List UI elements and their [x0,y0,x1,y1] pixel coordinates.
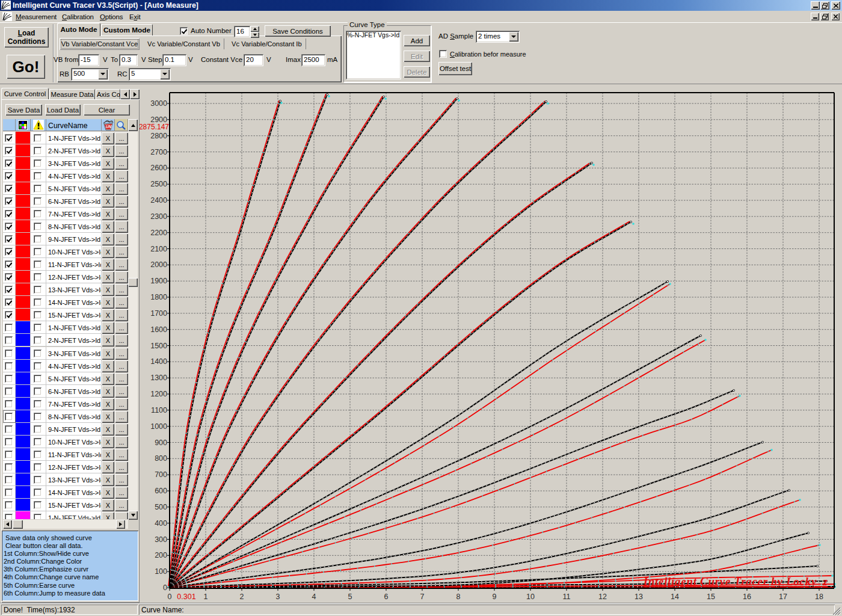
svg-text:3000: 3000 [150,99,167,108]
svg-text:1: 1 [204,593,208,601]
svg-text:0: 0 [163,584,167,592]
svg-text:0: 0 [168,593,172,601]
svg-text:2875.147: 2875.147 [140,123,169,131]
svg-text:1200: 1200 [150,390,167,398]
svg-text:UN: UN [106,125,112,129]
svg-text:Intelligent Curve Tracer by Lo: Intelligent Curve Tracer by Locky_z [643,575,828,588]
svg-text:2300: 2300 [150,212,167,221]
svg-text:1300: 1300 [150,374,167,382]
svg-text:1800: 1800 [150,293,167,301]
svg-text:1100: 1100 [151,406,167,414]
svg-text:2000: 2000 [150,260,167,269]
svg-text:10: 10 [526,593,535,601]
svg-text:600: 600 [155,487,167,495]
svg-text:8: 8 [456,593,461,601]
svg-text:16: 16 [743,593,751,601]
svg-text:2200: 2200 [150,229,167,237]
svg-text:200: 200 [155,551,167,559]
svg-text:2600: 2600 [150,164,167,172]
svg-text:500: 500 [155,503,167,511]
svg-text:2: 2 [240,593,244,601]
svg-text:15: 15 [707,593,715,601]
svg-text:1700: 1700 [150,309,167,318]
svg-text:6: 6 [384,593,389,601]
svg-text:2100: 2100 [150,245,167,253]
svg-text:14: 14 [671,593,679,601]
svg-text:100: 100 [155,567,167,576]
svg-text:1500: 1500 [150,342,167,350]
svg-text:7: 7 [420,593,425,601]
svg-text:2500: 2500 [150,180,167,188]
svg-text:300: 300 [155,535,167,544]
svg-text:700: 700 [155,470,167,479]
svg-text:2700: 2700 [150,148,167,156]
svg-text:0.301: 0.301 [177,593,195,601]
svg-text:5: 5 [348,593,352,601]
svg-text:900: 900 [155,439,167,447]
svg-text:18: 18 [815,593,823,601]
svg-text:800: 800 [155,454,167,463]
svg-text:2800: 2800 [150,132,167,140]
svg-text:1400: 1400 [150,357,167,366]
svg-text:12: 12 [598,593,607,601]
svg-text:4: 4 [312,593,316,601]
svg-text:17: 17 [779,593,787,601]
svg-text:2400: 2400 [150,196,167,205]
svg-text:11: 11 [563,593,571,601]
svg-text:1600: 1600 [150,325,167,334]
svg-text:13: 13 [635,593,643,601]
svg-text:1000: 1000 [150,422,167,431]
svg-text:9: 9 [493,593,497,601]
svg-text:1900: 1900 [150,277,167,285]
svg-text:3: 3 [276,593,280,601]
svg-text:400: 400 [155,519,167,528]
